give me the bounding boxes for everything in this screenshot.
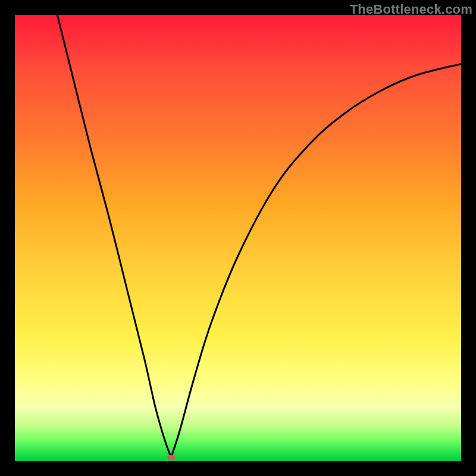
- curve-path-right: [171, 64, 462, 458]
- plot-area: [15, 15, 461, 461]
- bottleneck-curve: [15, 15, 461, 461]
- chart-frame: TheBottleneck.com: [0, 0, 476, 476]
- curve-path-left: [57, 15, 171, 458]
- watermark-text: TheBottleneck.com: [350, 2, 472, 17]
- minimum-point-marker: [167, 455, 176, 461]
